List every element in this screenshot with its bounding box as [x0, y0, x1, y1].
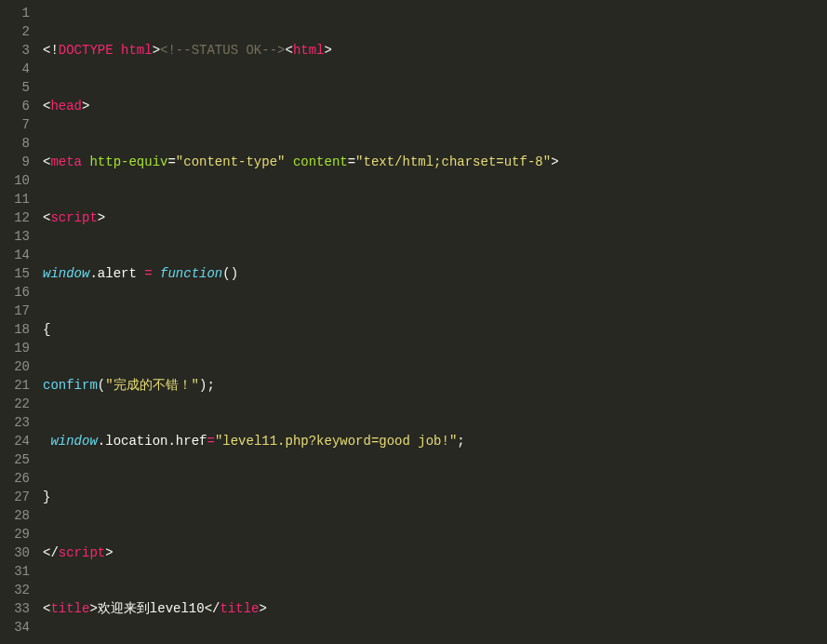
- code-line[interactable]: </script>: [43, 543, 827, 562]
- code-line[interactable]: confirm("完成的不错！");: [43, 376, 827, 395]
- code-line[interactable]: <head>: [43, 97, 827, 115]
- line-number: 18: [0, 320, 30, 339]
- line-number: 34: [0, 618, 30, 637]
- line-number: 16: [0, 283, 30, 302]
- line-number: 13: [0, 227, 30, 246]
- code-editor[interactable]: 1 2 3 4 5 6 7 8 9 10 11 12 13 14 15 16 1…: [0, 0, 827, 644]
- line-number: 27: [0, 488, 30, 506]
- line-number: 8: [0, 134, 30, 153]
- code-area[interactable]: <!DOCTYPE html><!--STATUS OK--><html> <h…: [43, 4, 827, 644]
- code-line[interactable]: window.location.href="level11.php?keywor…: [43, 432, 827, 450]
- line-number: 31: [0, 562, 30, 581]
- line-number: 2: [0, 22, 30, 41]
- line-number: 9: [0, 153, 30, 171]
- line-number: 30: [0, 543, 30, 562]
- line-number: 25: [0, 450, 30, 469]
- line-number: 32: [0, 581, 30, 599]
- line-number: 33: [0, 599, 30, 618]
- line-number: 26: [0, 469, 30, 488]
- code-line[interactable]: <title>欢迎来到level10</title>: [43, 599, 827, 618]
- code-line[interactable]: <!DOCTYPE html><!--STATUS OK--><html>: [43, 41, 827, 60]
- line-number: 17: [0, 302, 30, 320]
- line-number: 5: [0, 78, 30, 97]
- code-line[interactable]: <script>: [43, 208, 827, 227]
- line-number: 28: [0, 506, 30, 525]
- line-number: 14: [0, 246, 30, 264]
- line-number: 11: [0, 190, 30, 208]
- code-line[interactable]: }: [43, 488, 827, 506]
- code-line[interactable]: window.alert = function(): [43, 264, 827, 283]
- line-number-gutter: 1 2 3 4 5 6 7 8 9 10 11 12 13 14 15 16 1…: [0, 4, 43, 644]
- line-number: 21: [0, 376, 30, 395]
- line-number: 22: [0, 395, 30, 413]
- line-number: 6: [0, 97, 30, 115]
- line-number: 1: [0, 4, 30, 22]
- line-number: 10: [0, 171, 30, 190]
- line-number: 23: [0, 413, 30, 432]
- line-number: 20: [0, 357, 30, 376]
- line-number: 15: [0, 264, 30, 283]
- code-line[interactable]: <meta http-equiv="content-type" content=…: [43, 153, 827, 171]
- code-line[interactable]: {: [43, 320, 827, 339]
- line-number: 29: [0, 525, 30, 543]
- line-number: 3: [0, 41, 30, 60]
- line-number: 24: [0, 432, 30, 450]
- line-number: 12: [0, 208, 30, 227]
- line-number: 19: [0, 339, 30, 357]
- line-number: 7: [0, 115, 30, 134]
- line-number: 4: [0, 60, 30, 78]
